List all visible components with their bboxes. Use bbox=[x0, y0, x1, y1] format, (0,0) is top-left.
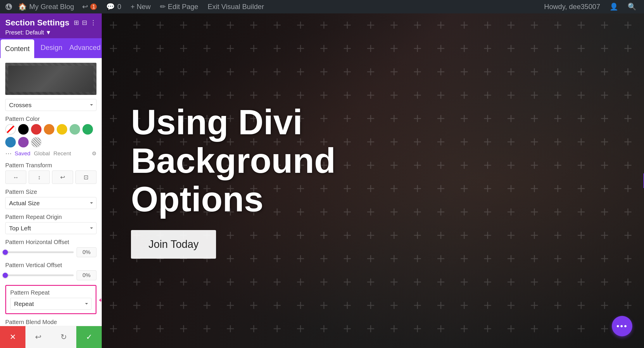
close-icon: ✕ bbox=[10, 333, 16, 342]
hero-section: Using Divi Background Options Join Today bbox=[102, 13, 644, 348]
color-swatch-green[interactable] bbox=[82, 124, 93, 135]
pattern-repeat-origin-select[interactable]: Top Left Top Right Center Bottom Left Bo… bbox=[5, 222, 96, 234]
color-swatch-tabs: Saved Global Recent bbox=[15, 150, 71, 157]
invert-icon: ⊡ bbox=[84, 174, 89, 181]
search-icon[interactable]: 🔍 bbox=[624, 0, 640, 13]
main-layout: Section Settings ⊞ ⊟ ⋮ Preset: Default ▼… bbox=[0, 13, 644, 348]
color-swatch-transparent[interactable] bbox=[5, 124, 16, 135]
more-options-icon[interactable]: ⋮ bbox=[90, 19, 96, 27]
wp-logo-icon[interactable] bbox=[4, 0, 14, 13]
admin-bar-items: ↩ 1 💬 0 + New ✏ Edit Page Exit Visual Bu… bbox=[78, 0, 540, 13]
comments-bar-item[interactable]: 💬 0 bbox=[102, 0, 125, 13]
v-offset-slider-row bbox=[5, 270, 96, 280]
exit-builder-bar-item[interactable]: Exit Visual Builder bbox=[203, 0, 268, 13]
admin-bar-right: Howdy, dee35007 👤 🔍 bbox=[540, 0, 640, 13]
rotate-icon: ↩ bbox=[60, 174, 65, 181]
color-swatch-more-row: ⋯ Saved Global Recent ⚙ bbox=[5, 150, 96, 157]
preview-image-inner bbox=[5, 63, 96, 95]
sidebar-tabs: Content Design Advanced bbox=[0, 38, 102, 58]
sidebar-preset[interactable]: Preset: Default ▼ bbox=[5, 29, 96, 36]
sidebar-title-row: Section Settings ⊞ ⊟ ⋮ bbox=[5, 18, 96, 27]
undo-icon: ↩ bbox=[82, 3, 88, 11]
sidebar-header: Section Settings ⊞ ⊟ ⋮ Preset: Default ▼ bbox=[0, 13, 102, 38]
content-area: Using Divi Background Options Join Today… bbox=[102, 13, 644, 348]
save-icon: ✓ bbox=[86, 333, 92, 342]
flip-horizontal-btn[interactable]: ↔ bbox=[5, 170, 26, 184]
global-tab[interactable]: Global bbox=[34, 150, 50, 157]
wp-admin-bar: 🏠 My Great Blog ↩ 1 💬 0 + New ✏ Edit Pag… bbox=[0, 0, 644, 13]
pattern-size-select[interactable]: Actual Size Fit Stretch Custom bbox=[5, 197, 96, 209]
v-offset-slider-thumb[interactable] bbox=[3, 273, 8, 278]
sidebar-actions: ✕ ↩ ↻ ✓ bbox=[0, 326, 102, 348]
pattern-blend-mode-field: Pattern Blend Mode Normal Multiply Scree… bbox=[5, 319, 96, 326]
close-button[interactable]: ✕ bbox=[0, 326, 25, 348]
undo-bar-item[interactable]: ↩ 1 bbox=[78, 0, 101, 13]
recent-tab[interactable]: Recent bbox=[53, 150, 71, 157]
flip-vertical-btn[interactable]: ↕ bbox=[29, 170, 50, 184]
pattern-v-offset-field: Pattern Vertical Offset bbox=[5, 262, 96, 280]
color-swatch-green-light[interactable] bbox=[70, 124, 80, 135]
tab-content[interactable]: Content bbox=[1, 39, 34, 58]
pattern-repeat-origin-label: Pattern Repeat Origin bbox=[5, 214, 96, 220]
redo-button[interactable]: ↻ bbox=[51, 326, 76, 348]
comment-count: 0 bbox=[117, 3, 121, 11]
pattern-color-label: Pattern Color bbox=[5, 116, 96, 122]
pattern-h-offset-label: Pattern Horizontal Offset bbox=[5, 239, 96, 246]
rotate-btn[interactable]: ↩ bbox=[52, 170, 73, 184]
pattern-repeat-select[interactable]: Repeat No Repeat Repeat X Repeat Y bbox=[10, 298, 91, 310]
color-swatch-blue[interactable] bbox=[5, 137, 16, 147]
saved-tab[interactable]: Saved bbox=[15, 150, 30, 157]
sidebar-body: Crosses Dots Lines Diamonds Pattern Colo… bbox=[0, 58, 102, 326]
color-swatch-black[interactable] bbox=[18, 124, 29, 135]
hero-title: Using Divi Background Options bbox=[131, 103, 336, 218]
layout-icon[interactable]: ⊟ bbox=[82, 19, 87, 27]
floating-dots-icon: ••• bbox=[617, 321, 628, 331]
sidebar-title: Section Settings bbox=[5, 18, 69, 27]
join-button[interactable]: Join Today bbox=[131, 230, 216, 259]
tab-advanced[interactable]: Advanced bbox=[68, 38, 102, 58]
pattern-transform-section: Pattern Transform ↔ ↕ ↩ ⊡ bbox=[5, 162, 96, 184]
more-swatches-icon[interactable]: ⋯ bbox=[5, 150, 12, 157]
home-icon: 🏠 bbox=[18, 3, 27, 11]
new-content-bar-item[interactable]: + New bbox=[127, 0, 155, 13]
pattern-transform-label: Pattern Transform bbox=[5, 162, 96, 169]
pattern-size-label: Pattern Size bbox=[5, 189, 96, 195]
redo-icon: ↻ bbox=[61, 333, 67, 342]
preview-image bbox=[5, 63, 96, 95]
invert-btn[interactable]: ⊡ bbox=[75, 170, 96, 184]
color-settings-icon[interactable]: ⚙ bbox=[92, 150, 96, 157]
pattern-repeat-label: Pattern Repeat bbox=[10, 289, 91, 296]
color-swatch-striped[interactable] bbox=[31, 137, 42, 147]
transform-buttons: ↔ ↕ ↩ ⊡ bbox=[5, 170, 96, 184]
h-offset-slider-thumb[interactable] bbox=[3, 250, 8, 255]
v-offset-value-input[interactable] bbox=[77, 270, 96, 280]
sidebar-panel: Section Settings ⊞ ⊟ ⋮ Preset: Default ▼… bbox=[0, 13, 102, 348]
save-button[interactable]: ✓ bbox=[76, 326, 102, 348]
highlight-arrow: ← bbox=[96, 293, 102, 307]
reset-button[interactable]: ↩ bbox=[25, 326, 51, 348]
edit-page-bar-item[interactable]: ✏ Edit Page bbox=[156, 0, 202, 13]
flip-v-icon: ↕ bbox=[38, 174, 41, 181]
new-label: + New bbox=[131, 3, 151, 11]
sidebar-header-icons: ⊞ ⊟ ⋮ bbox=[74, 19, 96, 27]
tab-design[interactable]: Design bbox=[35, 38, 68, 58]
user-icon[interactable]: 👤 bbox=[605, 0, 622, 13]
undo-count: 1 bbox=[90, 4, 97, 10]
comment-icon: 💬 bbox=[106, 3, 115, 11]
site-name-link[interactable]: 🏠 My Great Blog bbox=[14, 0, 78, 13]
pattern-type-field: Crosses Dots Lines Diamonds bbox=[5, 99, 96, 111]
color-swatch-yellow[interactable] bbox=[57, 124, 67, 135]
pattern-type-select[interactable]: Crosses Dots Lines Diamonds bbox=[5, 99, 96, 111]
color-swatch-red[interactable] bbox=[31, 124, 42, 135]
color-swatch-purple[interactable] bbox=[18, 137, 29, 147]
v-offset-slider-track[interactable] bbox=[5, 274, 74, 276]
h-offset-value-input[interactable] bbox=[77, 247, 96, 257]
fullscreen-icon[interactable]: ⊞ bbox=[74, 19, 79, 27]
pattern-size-field: Pattern Size Actual Size Fit Stretch Cus… bbox=[5, 189, 96, 209]
floating-dots-button[interactable]: ••• bbox=[612, 316, 632, 336]
color-swatch-orange[interactable] bbox=[44, 124, 54, 135]
pattern-h-offset-field: Pattern Horizontal Offset bbox=[5, 239, 96, 257]
h-offset-slider-track[interactable] bbox=[5, 251, 74, 253]
howdy-text[interactable]: Howdy, dee35007 bbox=[540, 0, 604, 13]
color-swatches-row bbox=[5, 124, 96, 147]
